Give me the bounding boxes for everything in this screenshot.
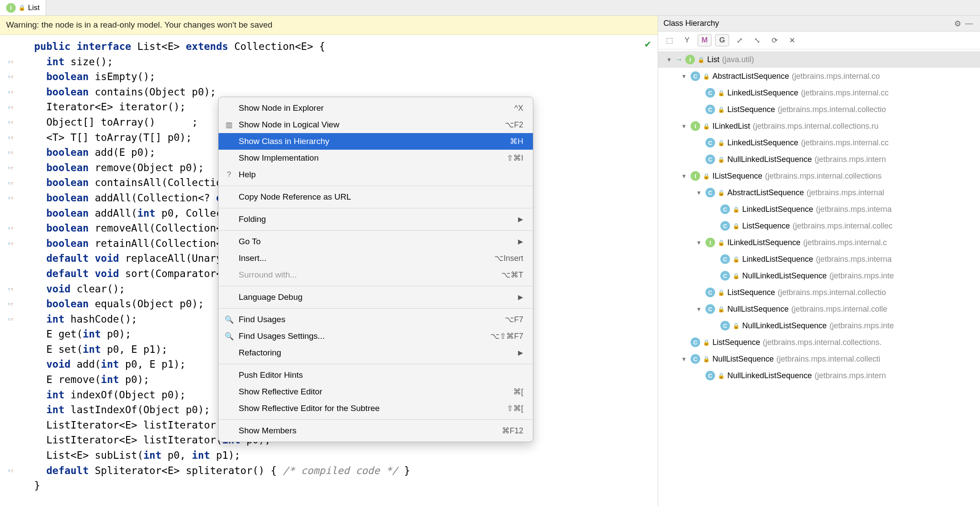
gear-icon[interactable]: ⚙ bbox=[952, 19, 963, 28]
tree-node-name: ListSequence bbox=[727, 288, 775, 297]
expand-all-icon[interactable]: ⤢ bbox=[733, 34, 747, 46]
lock-icon: 🔒 bbox=[718, 106, 725, 113]
minimize-icon[interactable]: — bbox=[963, 19, 975, 28]
tree-twisty-icon[interactable]: ▼ bbox=[680, 123, 688, 130]
tree-row[interactable]: ▶C🔒NullLinkedListSequence (jetbrains.mps… bbox=[658, 151, 980, 168]
menu-item[interactable]: ?Help bbox=[219, 166, 533, 183]
scope-m-icon[interactable]: M bbox=[698, 34, 712, 46]
refresh-icon[interactable]: ⟳ bbox=[768, 34, 782, 46]
lock-icon: 🔒 bbox=[733, 273, 740, 279]
menu-item-label: Folding bbox=[239, 214, 514, 224]
scope-g-icon[interactable]: G bbox=[715, 34, 729, 46]
menu-item[interactable]: Show Reflective Editor for the Subtree⇧⌘… bbox=[219, 400, 533, 417]
tree-row[interactable]: ▶C🔒NullLinkedListSequence (jetbrains.mps… bbox=[658, 267, 980, 284]
menu-shortcut: ⇧⌘I bbox=[507, 153, 523, 163]
tree-node-name: ListSequence bbox=[712, 338, 760, 347]
menu-item[interactable]: 🔍Find Usages Settings...⌥⇧⌘F7 bbox=[219, 328, 533, 344]
tree-node-package: (jetbrains.mps.internal bbox=[807, 188, 884, 197]
tree-row[interactable]: ▼C🔒NullListSequence (jetbrains.mps.inter… bbox=[658, 301, 980, 317]
menu-shortcut: ^X bbox=[515, 104, 523, 113]
tree-row[interactable]: ▶C🔒LinkedListSequence (jetbrains.mps.int… bbox=[658, 134, 980, 151]
collapse-all-icon[interactable]: ⤡ bbox=[750, 34, 764, 46]
editor-tab-list[interactable]: I 🔒 List bbox=[0, 0, 46, 15]
lock-icon: 🔒 bbox=[703, 356, 710, 362]
interface-icon: I bbox=[705, 238, 715, 247]
submenu-arrow-icon: ▶ bbox=[518, 293, 523, 301]
menu-item[interactable]: Language Debug▶ bbox=[219, 289, 533, 306]
menu-item[interactable]: Push Editor Hints bbox=[219, 367, 533, 383]
tree-row[interactable]: ▼→I🔒List (java.util) bbox=[658, 51, 980, 68]
menu-item[interactable]: Copy Node Reference as URL bbox=[219, 189, 533, 205]
lock-icon: 🔒 bbox=[718, 156, 725, 163]
tree-node-package: (jetbrains.mps.interna bbox=[816, 255, 892, 264]
menu-shortcut: ⌘[ bbox=[513, 387, 523, 397]
tree-row[interactable]: ▶C🔒NullLinkedListSequence (jetbrains.mps… bbox=[658, 367, 980, 384]
menu-item-label: Surround with... bbox=[239, 270, 497, 280]
menu-item-label: Show Reflective Editor for the Subtree bbox=[239, 404, 502, 413]
lock-icon: 🔒 bbox=[703, 123, 710, 130]
class-hierarchy-icon[interactable]: ⬚ bbox=[663, 34, 677, 46]
menu-item[interactable]: Show Members⌘F12 bbox=[219, 422, 533, 439]
menu-item[interactable]: Show Implementation⇧⌘I bbox=[219, 150, 533, 166]
tree-node-name: NullLinkedListSequence bbox=[727, 155, 812, 164]
tree-node-package: (jetbrains.mps.internal.collecti bbox=[776, 355, 880, 364]
panel-title: Class Hierarchy bbox=[663, 19, 719, 28]
menu-item[interactable]: 🔍Find Usages⌥F7 bbox=[219, 311, 533, 328]
tree-row[interactable]: ▼C🔒NullListSequence (jetbrains.mps.inter… bbox=[658, 351, 980, 367]
menu-item-label: Copy Node Reference as URL bbox=[239, 192, 519, 202]
tree-node-name: LinkedListSequence bbox=[727, 138, 798, 148]
close-icon[interactable]: ✕ bbox=[785, 34, 799, 46]
menu-item[interactable]: Go To▶ bbox=[219, 233, 533, 250]
tree-row[interactable]: ▶C🔒ListSequence (jetbrains.mps.internal.… bbox=[658, 284, 980, 301]
tree-row[interactable]: ▼I🔒ILinkedListSequence (jetbrains.mps.in… bbox=[658, 234, 980, 251]
menu-item[interactable]: Insert...⌥Insert bbox=[219, 250, 533, 267]
tree-twisty-icon[interactable]: ▼ bbox=[695, 239, 703, 246]
tree-node-name: ILinkedList bbox=[712, 122, 750, 131]
tree-node-name: ILinkedListSequence bbox=[727, 238, 800, 247]
menu-item[interactable]: Show Reflective Editor⌘[ bbox=[219, 383, 533, 400]
tree-node-package: (jetbrains.mps.internal.collectio bbox=[778, 105, 886, 114]
tree-node-package: (jetbrains.mps.internal.c bbox=[803, 238, 887, 247]
class-icon: C bbox=[691, 354, 700, 364]
menu-shortcut: ⌥F7 bbox=[505, 315, 523, 324]
menu-item[interactable]: Refactoring▶ bbox=[219, 344, 533, 361]
tree-twisty-icon[interactable]: ▼ bbox=[695, 190, 703, 196]
tree-row[interactable]: ▼I🔒IListSequence (jetbrains.mps.internal… bbox=[658, 168, 980, 184]
hierarchy-tree[interactable]: ▼→I🔒List (java.util)▼C🔒AbstractListSeque… bbox=[658, 49, 980, 506]
tree-row[interactable]: ▶C🔒LinkedListSequence (jetbrains.mps.int… bbox=[658, 84, 980, 101]
tree-row[interactable]: ▶C🔒LinkedListSequence (jetbrains.mps.int… bbox=[658, 251, 980, 267]
menu-separator bbox=[219, 186, 533, 186]
tree-twisty-icon[interactable]: ▼ bbox=[680, 173, 688, 179]
tree-twisty-icon[interactable]: ▼ bbox=[680, 73, 688, 80]
panel-title-bar: Class Hierarchy ⚙ — bbox=[658, 16, 980, 32]
menu-item[interactable]: Folding▶ bbox=[219, 211, 533, 228]
help-icon: ? bbox=[224, 170, 234, 179]
tree-node-package: (jetbrains.mps.internal.collec bbox=[793, 221, 892, 231]
tree-node-name: NullListSequence bbox=[727, 305, 789, 314]
tree-node-name: LinkedListSequence bbox=[727, 88, 798, 98]
tree-node-name: IListSequence bbox=[712, 172, 762, 181]
tree-row[interactable]: ▶C🔒ListSequence (jetbrains.mps.internal.… bbox=[658, 101, 980, 118]
menu-item[interactable]: ▥Show Node in Logical View⌥F2 bbox=[219, 116, 533, 133]
tree-row[interactable]: ▶C🔒NullLinkedListSequence (jetbrains.mps… bbox=[658, 317, 980, 334]
menu-separator bbox=[219, 419, 533, 420]
menu-item[interactable]: Show Class in Hierarchy⌘H bbox=[219, 133, 533, 150]
class-icon: C bbox=[720, 254, 730, 264]
tree-twisty-icon[interactable]: ▼ bbox=[680, 356, 688, 362]
menu-separator bbox=[219, 308, 533, 309]
tree-twisty-icon[interactable]: ▼ bbox=[695, 306, 703, 313]
tree-row[interactable]: ▼C🔒AbstractListSequence (jetbrains.mps.i… bbox=[658, 184, 980, 201]
class-icon: C bbox=[705, 88, 715, 98]
tree-row[interactable]: ▼I🔒ILinkedList (jetbrains.mps.internal.c… bbox=[658, 118, 980, 134]
class-icon: C bbox=[705, 288, 715, 297]
supertypes-icon[interactable]: Y bbox=[680, 34, 694, 46]
menu-shortcut: ⌥⌘T bbox=[501, 270, 523, 280]
tree-row[interactable]: ▼C🔒AbstractListSequence (jetbrains.mps.i… bbox=[658, 68, 980, 84]
class-icon: C bbox=[705, 138, 715, 148]
menu-item-label: Push Editor Hints bbox=[239, 370, 519, 380]
tree-row[interactable]: ▶C🔒ListSequence (jetbrains.mps.internal.… bbox=[658, 218, 980, 234]
tree-row[interactable]: ▶C🔒LinkedListSequence (jetbrains.mps.int… bbox=[658, 201, 980, 218]
tree-row[interactable]: ▶C🔒ListSequence (jetbrains.mps.internal.… bbox=[658, 334, 980, 351]
menu-item[interactable]: Show Node in Explorer^X bbox=[219, 100, 533, 116]
tree-twisty-icon[interactable]: ▼ bbox=[665, 56, 673, 63]
